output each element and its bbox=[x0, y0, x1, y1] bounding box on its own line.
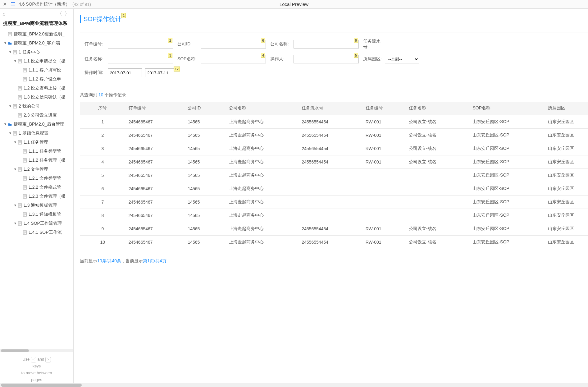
tree-node[interactable]: 1.1.2 客户设立申 bbox=[0, 75, 73, 84]
table-row[interactable]: 10245466546714565上海走起商务中心24556554454RW-0… bbox=[80, 235, 588, 249]
document-icon bbox=[12, 104, 17, 108]
tree-node[interactable]: 1.4.1 SOP工作流 bbox=[0, 228, 73, 237]
table-row[interactable]: 6245466546714565上海走起商务中心山东安丘园区-SOP山东安丘园区 bbox=[80, 182, 588, 195]
chevron-icon: ▼ bbox=[13, 168, 17, 171]
tree-node[interactable]: ▼1.4 SOP工作流管理 bbox=[0, 219, 73, 228]
tree-node[interactable]: 1.2.1 文件类型管 bbox=[0, 174, 73, 183]
document-icon bbox=[12, 50, 17, 54]
tree-node[interactable]: 1.3.1 通知模板管 bbox=[0, 210, 73, 219]
col-order: 订单编号 bbox=[125, 102, 185, 115]
annotation-badge: 2 bbox=[168, 38, 172, 43]
operator-label: 操作人: bbox=[270, 56, 294, 62]
document-icon bbox=[17, 221, 22, 226]
tree-node[interactable]: 1.2 设立资料上传（摄 bbox=[0, 84, 73, 93]
tree-label: 1.2.1 文件类型管 bbox=[29, 176, 61, 181]
document-icon bbox=[17, 140, 22, 145]
company-name-input[interactable] bbox=[294, 40, 359, 48]
chevron-icon: ▼ bbox=[8, 50, 12, 54]
chevron-icon: ▼ bbox=[8, 104, 12, 108]
bottom-h-scrollbar[interactable] bbox=[0, 383, 588, 387]
tree-label: 1.4.1 SOP工作流 bbox=[29, 230, 62, 235]
table-row[interactable]: 7245466546714565上海走起商务中心山东安丘园区-SOP山东安丘园区 bbox=[80, 195, 588, 209]
document-icon bbox=[22, 185, 27, 190]
document-icon bbox=[12, 131, 17, 136]
tree-label: 捷税宝_BPM2.0_后台管理 bbox=[14, 122, 64, 127]
document-icon bbox=[22, 194, 27, 199]
tree-node[interactable]: 捷税宝_BPM2.0更新说明_ bbox=[0, 30, 73, 39]
annotation-badge: 9 bbox=[354, 38, 358, 43]
col-park: 所属园区 bbox=[545, 102, 588, 115]
order-no-input[interactable] bbox=[108, 40, 173, 48]
tree-node[interactable]: ▼2 我的公司 bbox=[0, 102, 73, 111]
tree-node[interactable]: ▼1 基础信息配置 bbox=[0, 129, 73, 138]
tree-node[interactable]: ▼捷税宝_BPM2.0_后台管理 bbox=[0, 120, 73, 129]
sidebar-h-scrollbar[interactable] bbox=[0, 349, 73, 352]
document-icon bbox=[22, 68, 27, 72]
document-icon bbox=[17, 95, 22, 99]
tree-node[interactable]: ▼1.1 设立申请提交（摄 bbox=[0, 57, 73, 66]
tree-node[interactable]: ▼1.3 通知模板管理 bbox=[0, 201, 73, 210]
sidebar: ⌕ 〈 〉 捷税宝_BPM商业流程管理体系 捷税宝_BPM2.0更新说明_▼捷税… bbox=[0, 9, 74, 383]
park-select[interactable]: --全部-- bbox=[385, 55, 419, 63]
tree-node[interactable]: 1.2.2 文件格式管 bbox=[0, 183, 73, 192]
document-icon bbox=[22, 212, 27, 217]
key-right-icon: > bbox=[45, 357, 51, 362]
tree-label: 1.1 设立申请提交（摄 bbox=[24, 58, 66, 64]
document-icon bbox=[17, 59, 22, 63]
page-counter: (42 of 91) bbox=[72, 2, 91, 7]
document-icon bbox=[22, 230, 27, 235]
tree-label: 1.3.1 通知模板管 bbox=[29, 212, 61, 217]
tree-node[interactable]: 1.2.3 文件管理（摄 bbox=[0, 192, 73, 201]
tree-node[interactable]: 1.3 设立信息确认（摄 bbox=[0, 93, 73, 102]
document-icon bbox=[7, 32, 12, 36]
tree-node[interactable]: ▼1 任务中心 bbox=[0, 48, 73, 57]
result-summary: 共查询到 10 个操作记录 bbox=[80, 92, 588, 98]
table-row[interactable]: 4245466546714565上海走起商务中心24556554454RW-00… bbox=[80, 155, 588, 168]
table-row[interactable]: 8245466546714565上海走起商务中心山东安丘园区-SOP山东安丘园区 bbox=[80, 209, 588, 222]
task-flow-label: 任务流水号: bbox=[363, 39, 382, 50]
table-row[interactable]: 9245466546714565上海走起商务中心24556554454RW-00… bbox=[80, 222, 588, 235]
breadcrumb: 4.6 SOP操作统计（新增） bbox=[19, 2, 70, 7]
sop-name-input[interactable] bbox=[201, 55, 266, 63]
tree-label: 1.1.1 客户填写设 bbox=[29, 67, 61, 73]
company-id-input[interactable] bbox=[201, 40, 266, 48]
tree-label: 捷税宝_BPM2.0更新说明_ bbox=[14, 31, 64, 37]
annotation-badge: 6 bbox=[261, 38, 265, 43]
nav-tree: 捷税宝_BPM2.0更新说明_▼捷税宝_BPM2.0_客户端▼1 任务中心▼1.… bbox=[0, 30, 73, 349]
table-row[interactable]: 2245466546714565上海走起商务中心24556554454RW-00… bbox=[80, 128, 588, 142]
tree-node[interactable]: ▼捷税宝_BPM2.0_客户端 bbox=[0, 39, 73, 48]
close-icon[interactable]: ✕ bbox=[2, 2, 7, 7]
tree-label: 1.1.2 任务管理（摄 bbox=[29, 158, 66, 163]
col-task-name: 任务名称 bbox=[406, 102, 469, 115]
chevron-icon: ▼ bbox=[3, 122, 7, 126]
tree-node[interactable]: 1.1.1 任务类型管 bbox=[0, 147, 73, 156]
table-row[interactable]: 5245466546714565上海走起商务中心山东安丘园区-SOP山东安丘园区 bbox=[80, 168, 588, 182]
task-name-input[interactable] bbox=[108, 55, 173, 63]
table-row[interactable]: 3245466546714565上海走起商务中心24556554454RW-00… bbox=[80, 142, 588, 155]
tree-label: 1.1.1 任务类型管 bbox=[29, 149, 61, 154]
tree-label: 2 我的公司 bbox=[19, 104, 40, 109]
tree-node[interactable]: 1.1.2 任务管理（摄 bbox=[0, 156, 73, 165]
chevron-icon: ▼ bbox=[8, 131, 12, 135]
search-icon[interactable]: ⌕ bbox=[2, 11, 5, 16]
tree-node[interactable]: 2.3 公司设立进度 bbox=[0, 111, 73, 120]
col-company-name: 公司名称 bbox=[226, 102, 299, 115]
topbar: ✕ ☰ 4.6 SOP操作统计（新增） (42 of 91) Local Pre… bbox=[0, 0, 588, 9]
tree-label: 捷税宝_BPM2.0_客户端 bbox=[14, 40, 60, 46]
tree-label: 1 任务中心 bbox=[19, 49, 40, 55]
sidebar-help: Use < and > keys to move between pages bbox=[0, 352, 73, 383]
tree-node[interactable]: 1.1.1 客户填写设 bbox=[0, 66, 73, 75]
tree-label: 1.2 文件管理 bbox=[24, 167, 48, 172]
date-from-input[interactable] bbox=[108, 68, 142, 77]
prev-page-icon[interactable]: 〈 bbox=[56, 11, 63, 17]
table-row[interactable]: 1245466546714565上海走起商务中心24556554454RW-00… bbox=[80, 115, 588, 128]
next-page-icon[interactable]: 〉 bbox=[63, 11, 71, 17]
tree-label: 1.2 设立资料上传（摄 bbox=[24, 85, 66, 91]
chevron-icon: ▼ bbox=[13, 59, 17, 63]
main-preview: SOP操作统计 1 订单编号: 2 公司ID: 6 bbox=[74, 9, 588, 383]
operator-input[interactable] bbox=[294, 55, 359, 63]
document-icon bbox=[17, 203, 22, 208]
tree-node[interactable]: ▼1.1 任务管理 bbox=[0, 138, 73, 147]
hamburger-icon[interactable]: ☰ bbox=[11, 1, 16, 8]
tree-node[interactable]: ▼1.2 文件管理 bbox=[0, 165, 73, 174]
